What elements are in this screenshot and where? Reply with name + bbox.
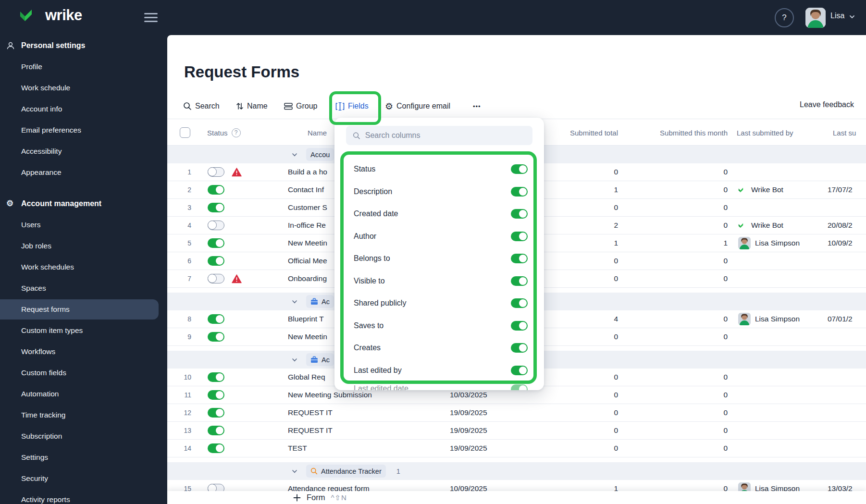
- sidebar-item-profile[interactable]: Profile: [0, 56, 167, 77]
- sidebar-item-job-roles[interactable]: Job roles: [0, 235, 167, 257]
- sidebar-item-custom-item-types[interactable]: Custom item types: [0, 320, 167, 341]
- column-header-name[interactable]: Name: [308, 119, 327, 146]
- toggle-on[interactable]: [511, 321, 528, 331]
- group-button[interactable]: Group: [284, 99, 317, 113]
- toggle-on[interactable]: [208, 256, 224, 266]
- toggle-on[interactable]: [511, 232, 528, 241]
- user-name[interactable]: Lisa: [830, 12, 844, 20]
- sort-button[interactable]: Name: [236, 99, 268, 113]
- column-toggle-author[interactable]: Author: [334, 225, 544, 248]
- form-name[interactable]: Global Req: [288, 369, 325, 386]
- toggle-on[interactable]: [208, 185, 224, 195]
- sidebar-item-spaces[interactable]: Spaces: [0, 278, 167, 299]
- toggle-off[interactable]: [208, 167, 224, 177]
- column-header-submitted-total[interactable]: Submitted total: [570, 119, 618, 146]
- form-name[interactable]: New Meetin: [288, 328, 327, 345]
- toggle-off[interactable]: [208, 274, 224, 283]
- toggle-on[interactable]: [208, 443, 224, 453]
- toggle-on[interactable]: [208, 426, 224, 435]
- group-pill[interactable]: Ac: [306, 353, 334, 366]
- help-icon[interactable]: ?: [775, 8, 794, 27]
- column-header-last-date[interactable]: Last su: [833, 119, 856, 146]
- search-button[interactable]: Search: [183, 99, 220, 113]
- column-toggle-belongs-to[interactable]: Belongs to: [334, 247, 544, 270]
- chevron-down-icon[interactable]: [291, 151, 298, 158]
- group-pill[interactable]: Ac: [306, 295, 334, 308]
- sidebar-item-appearance[interactable]: Appearance: [0, 162, 167, 183]
- sidebar-item-account-info[interactable]: Account info: [0, 98, 167, 120]
- toggle-on[interactable]: [208, 372, 224, 382]
- column-toggle-last-edited-date[interactable]: Last edited date: [334, 381, 544, 390]
- select-all-checkbox[interactable]: [180, 127, 190, 138]
- table-row[interactable]: 14 TEST 19/09/2025 0 0: [167, 440, 866, 457]
- sidebar-item-request-forms[interactable]: Request forms: [0, 299, 167, 320]
- search-columns-box[interactable]: [346, 126, 532, 145]
- toggle-on[interactable]: [208, 390, 224, 400]
- wrike-logo[interactable]: wrike: [19, 7, 82, 24]
- toggle-on[interactable]: [511, 276, 528, 286]
- sidebar-item-work-schedules[interactable]: Work schedules: [0, 257, 167, 278]
- chevron-down-icon[interactable]: [291, 356, 298, 363]
- column-toggle-created-date[interactable]: Created date: [334, 203, 544, 225]
- toggle-on[interactable]: [511, 384, 528, 390]
- sidebar-item-activity-reports[interactable]: Activity reports: [0, 489, 167, 504]
- configure-email-button[interactable]: ⚙ Configure email: [385, 99, 450, 113]
- form-name[interactable]: REQUEST IT: [288, 404, 333, 421]
- sidebar-item-time-tracking[interactable]: Time tracking: [0, 405, 167, 426]
- toggle-on[interactable]: [208, 238, 224, 248]
- form-name[interactable]: New Meetin: [288, 234, 327, 252]
- toggle-on[interactable]: [511, 366, 528, 375]
- table-row[interactable]: 13 REQUEST IT 19/09/2025 0 0: [167, 422, 866, 440]
- sidebar-item-users[interactable]: Users: [0, 214, 167, 235]
- status-help-icon[interactable]: ?: [232, 128, 241, 137]
- sidebar-item-accessibility[interactable]: Accessibility: [0, 141, 167, 162]
- toggle-off[interactable]: [208, 221, 224, 230]
- column-toggle-description[interactable]: Description: [334, 181, 544, 203]
- form-name[interactable]: Official Mee: [288, 252, 327, 270]
- sidebar-item-security[interactable]: Security: [0, 468, 167, 489]
- form-name[interactable]: Build a a ho: [288, 163, 327, 181]
- sidebar-item-workflows[interactable]: Workflows: [0, 341, 167, 362]
- form-name[interactable]: Blueprint T: [288, 310, 324, 328]
- column-toggle-saves-to[interactable]: Saves to: [334, 315, 544, 337]
- table-row[interactable]: 12 REQUEST IT 19/09/2025 0 0: [167, 404, 866, 422]
- column-toggle-creates[interactable]: Creates: [334, 337, 544, 359]
- toggle-on[interactable]: [208, 332, 224, 342]
- toggle-on[interactable]: [511, 209, 528, 219]
- column-toggle-visible-to[interactable]: Visible to: [334, 270, 544, 293]
- toggle-on[interactable]: [511, 343, 528, 353]
- chevron-down-icon[interactable]: [291, 298, 298, 305]
- column-toggle-last-edited-by[interactable]: Last edited by: [334, 359, 544, 382]
- avatar[interactable]: [805, 8, 826, 28]
- toggle-on[interactable]: [511, 298, 528, 308]
- column-toggle-status[interactable]: Status: [334, 158, 544, 181]
- chevron-down-icon[interactable]: [291, 468, 298, 475]
- toggle-on[interactable]: [511, 187, 528, 197]
- toggle-on[interactable]: [208, 314, 224, 324]
- sidebar-item-settings[interactable]: Settings: [0, 447, 167, 468]
- sidebar-item-work-schedule[interactable]: Work schedule: [0, 77, 167, 98]
- form-name[interactable]: Customer S: [288, 199, 327, 216]
- column-toggle-shared-publicly[interactable]: Shared publicly: [334, 292, 544, 315]
- search-columns-input[interactable]: [365, 131, 526, 140]
- sidebar-item-subscription[interactable]: Subscription: [0, 426, 167, 447]
- sidebar-item-custom-fields[interactable]: Custom fields: [0, 362, 167, 383]
- toggle-on[interactable]: [511, 164, 528, 174]
- hamburger-menu-icon[interactable]: [144, 13, 158, 23]
- chevron-down-icon[interactable]: [850, 14, 854, 19]
- form-name[interactable]: Contact Inf: [288, 181, 324, 198]
- fields-button[interactable]: Fields: [335, 99, 369, 113]
- form-name[interactable]: REQUEST IT: [288, 422, 333, 439]
- more-button[interactable]: •••: [473, 99, 481, 113]
- column-header-last-by[interactable]: Last submitted by: [737, 119, 793, 146]
- group-pill[interactable]: Accou: [306, 148, 334, 161]
- group-pill[interactable]: Attendance Tracker: [306, 465, 386, 478]
- sidebar-item-email-preferences[interactable]: Email preferences: [0, 120, 167, 141]
- toggle-on[interactable]: [208, 203, 224, 212]
- form-name[interactable]: In-office Re: [288, 217, 326, 234]
- leave-feedback-link[interactable]: Leave feedback: [800, 100, 854, 109]
- form-name[interactable]: Onboarding: [288, 270, 327, 287]
- form-name[interactable]: TEST: [288, 440, 307, 457]
- add-form-button[interactable]: Form ^⇧N: [293, 493, 347, 502]
- column-header-status[interactable]: Status ?: [207, 119, 241, 146]
